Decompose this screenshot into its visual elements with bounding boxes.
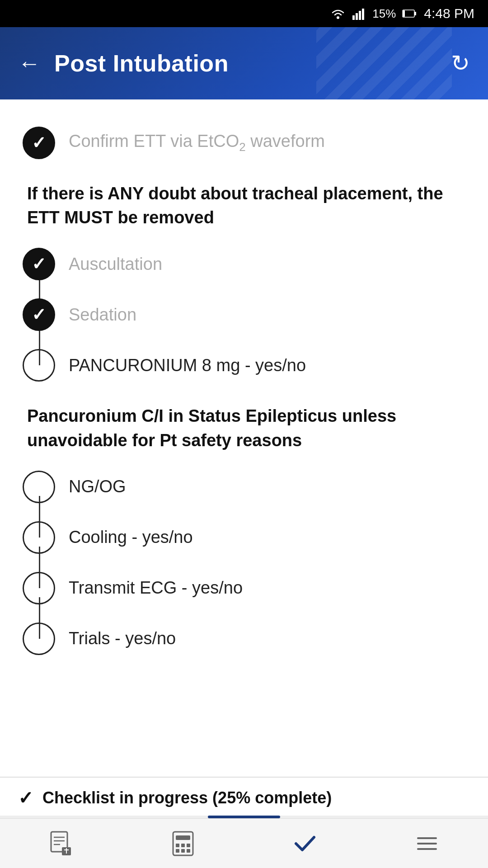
status-check-icon: ✓ bbox=[18, 788, 33, 808]
notes-icon bbox=[49, 831, 73, 856]
progress-fill bbox=[208, 816, 280, 818]
wifi-icon bbox=[330, 7, 346, 20]
svg-rect-17 bbox=[176, 844, 179, 847]
checkbox-trials[interactable] bbox=[23, 623, 55, 655]
signal-icon bbox=[352, 7, 366, 20]
checkbox-cooling[interactable] bbox=[23, 521, 55, 554]
item-label-ett: Confirm ETT via EtCO2 waveform bbox=[69, 132, 325, 154]
checklist-item-pancuronium: PANCURONIUM 8 mg - yes/no bbox=[23, 340, 465, 391]
checklist-item-cooling: Cooling - yes/no bbox=[23, 512, 465, 563]
checkbox-ecg[interactable] bbox=[23, 572, 55, 604]
bottom-navigation bbox=[0, 818, 488, 868]
checklist-item-ett: Confirm ETT via EtCO2 waveform bbox=[23, 118, 465, 168]
item-label-auscultation: Auscultation bbox=[69, 253, 162, 275]
svg-rect-1 bbox=[352, 15, 355, 20]
checkmark-icon bbox=[293, 832, 317, 855]
nav-calculator[interactable] bbox=[158, 826, 208, 861]
battery-icon bbox=[402, 9, 417, 18]
status-text: Checklist in progress (25% complete) bbox=[42, 788, 332, 807]
svg-rect-20 bbox=[176, 849, 179, 853]
svg-rect-16 bbox=[176, 835, 190, 840]
item-label-trials: Trials - yes/no bbox=[69, 627, 176, 650]
svg-rect-22 bbox=[187, 849, 190, 853]
info-text-1: If there is ANY doubt about tracheal pla… bbox=[27, 182, 465, 230]
nav-notes[interactable] bbox=[36, 826, 86, 861]
svg-rect-2 bbox=[356, 13, 358, 20]
calculator-icon bbox=[171, 831, 195, 856]
svg-rect-3 bbox=[359, 11, 361, 20]
item-label-pancuronium: PANCURONIUM 8 mg - yes/no bbox=[69, 354, 306, 377]
item-label-cooling: Cooling - yes/no bbox=[69, 526, 193, 548]
svg-rect-7 bbox=[403, 10, 405, 17]
checklist-item-auscultation: Auscultation bbox=[23, 239, 465, 289]
progress-indicator bbox=[0, 816, 488, 818]
svg-rect-19 bbox=[187, 844, 190, 847]
item-label-ecg: Transmit ECG - yes/no bbox=[69, 577, 243, 599]
checklist-item-sedation: Sedation bbox=[23, 289, 465, 340]
checkbox-ett[interactable] bbox=[23, 127, 55, 159]
checkbox-pancuronium[interactable] bbox=[23, 349, 55, 382]
content-area: Confirm ETT via EtCO2 waveform If there … bbox=[0, 99, 488, 736]
info-block-2: Pancuronium C/I in Status Epilepticus un… bbox=[23, 404, 465, 452]
checklist-status-bar: ✓ Checklist in progress (25% complete) bbox=[0, 777, 488, 818]
svg-rect-4 bbox=[362, 9, 364, 20]
page-title: Post Intubation bbox=[54, 50, 229, 77]
nav-checklist[interactable] bbox=[280, 827, 330, 860]
checklist-item-ecg: Transmit ECG - yes/no bbox=[23, 563, 465, 613]
info-block-1: If there is ANY doubt about tracheal pla… bbox=[23, 182, 465, 230]
refresh-button[interactable]: ↻ bbox=[451, 50, 470, 76]
svg-point-0 bbox=[337, 16, 339, 19]
item-label-sedation: Sedation bbox=[69, 304, 136, 326]
status-bar: 15% 4:48 PM bbox=[0, 0, 488, 27]
checklist-item-trials: Trials - yes/no bbox=[23, 613, 465, 664]
battery-level: 15% bbox=[372, 7, 396, 21]
menu-icon bbox=[415, 832, 439, 855]
svg-rect-18 bbox=[181, 844, 185, 847]
status-time: 4:48 PM bbox=[424, 6, 474, 21]
checkbox-sedation[interactable] bbox=[23, 298, 55, 331]
checkbox-auscultation[interactable] bbox=[23, 248, 55, 280]
nav-menu[interactable] bbox=[402, 827, 452, 860]
back-button[interactable]: ← bbox=[18, 52, 41, 75]
svg-rect-21 bbox=[181, 849, 185, 853]
header: ← Post Intubation ↻ bbox=[0, 27, 488, 99]
info-text-2: Pancuronium C/I in Status Epilepticus un… bbox=[27, 404, 465, 452]
svg-rect-6 bbox=[414, 12, 416, 15]
checklist-item-ngog: NG/OG bbox=[23, 462, 465, 512]
checkbox-ngog[interactable] bbox=[23, 471, 55, 503]
item-label-ngog: NG/OG bbox=[69, 476, 126, 498]
